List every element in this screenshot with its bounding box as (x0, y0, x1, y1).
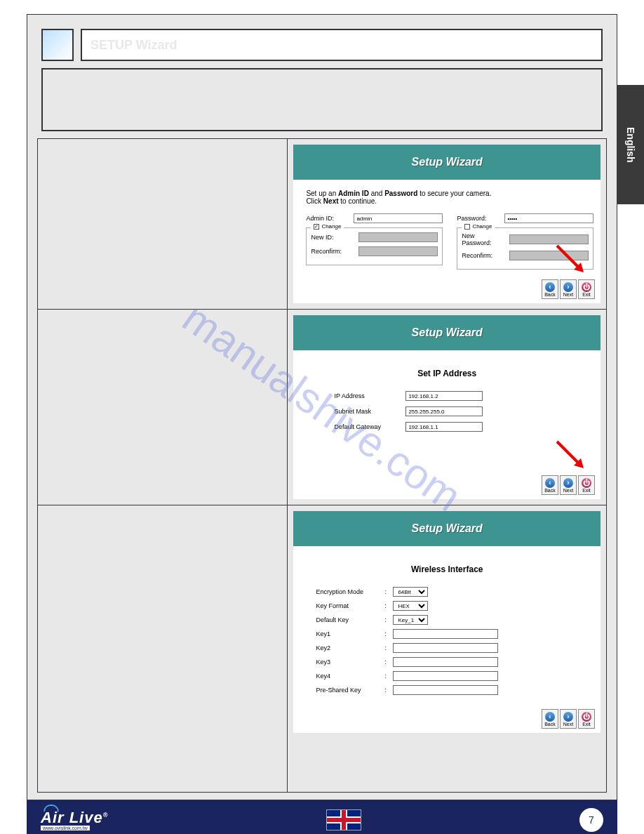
label-subnet: Subnet Mask (334, 408, 397, 415)
admin-id-input[interactable] (354, 213, 443, 223)
page-footer: Air Live® www.ovislink.com.tw 7 (27, 800, 617, 834)
change-id-checkbox[interactable] (314, 224, 319, 230)
wizard-title: Setup Wizard (412, 326, 483, 339)
password-input[interactable] (504, 213, 593, 223)
ip-address-input[interactable] (405, 391, 483, 401)
exit-button[interactable]: ⏻Exit (578, 279, 595, 299)
label-key4: Key4 (316, 673, 379, 680)
back-button[interactable]: ‹Back (542, 279, 558, 299)
reconfirm-password-input[interactable] (509, 251, 589, 260)
row3-body: If the camera is Wireless model, you nee… (48, 532, 264, 567)
row2-title: IP Configuration: (48, 324, 116, 333)
wizard-subheader: Set IP Address (306, 369, 588, 378)
key2-input[interactable] (393, 643, 498, 653)
default-key-select[interactable]: Key_1 (393, 615, 428, 625)
wizard-title: Setup Wizard (412, 522, 483, 535)
psk-input[interactable] (393, 685, 498, 695)
label-newpw: New Password: (462, 232, 505, 246)
header-description: Please click "Setup Wizard". The Setup W… (41, 68, 603, 131)
label-key1: Key1 (316, 630, 379, 637)
exit-button[interactable]: ⏻Exit (578, 709, 595, 729)
row1-body: The setup wizard is started. If you want… (48, 166, 272, 213)
wizard-panel-3: Setup Wizard Wireless Interface Encrypti… (293, 511, 601, 733)
change-pw-checkbox[interactable] (464, 224, 470, 230)
exit-button[interactable]: ⏻Exit (578, 475, 595, 495)
label-password: Password: (457, 215, 500, 222)
key-format-select[interactable]: HEX (393, 601, 428, 611)
row1-title: Setup Admin ID & Password: (48, 153, 163, 163)
page-title: SETUP Wizard (81, 29, 603, 61)
label-keyformat: Key Format (316, 602, 379, 609)
key4-input[interactable] (393, 671, 498, 681)
wizard-panel-2: Setup Wizard Set IP Address IP Address S… (293, 315, 601, 499)
wizard-intro: Set up an Admin ID and Password to secur… (306, 190, 588, 205)
new-password-input[interactable] (509, 234, 589, 244)
label-reconfirm-id: Reconfirm: (311, 248, 354, 255)
subnet-mask-input[interactable] (405, 406, 483, 416)
key1-input[interactable] (393, 629, 498, 639)
encryption-mode-select[interactable]: 64Bit (393, 587, 428, 597)
label-ip: IP Address (334, 392, 397, 399)
header-icon (41, 29, 74, 61)
wizard-subheader: Wireless Interface (306, 564, 588, 574)
reconfirm-id-input[interactable] (358, 246, 438, 256)
label-adminid: Admin ID: (306, 215, 349, 222)
label-gateway: Default Gateway (334, 423, 397, 430)
wizard-panel-1: Setup Wizard Set up an Admin ID and Pass… (293, 145, 601, 303)
side-tab-language: English (617, 85, 644, 204)
uk-flag-icon (326, 809, 361, 830)
next-button[interactable]: ›Next (560, 475, 577, 495)
key3-input[interactable] (393, 657, 498, 667)
label-newid: New ID: (311, 234, 354, 241)
label-key2: Key2 (316, 644, 379, 651)
label-defaultkey: Default Key (316, 616, 379, 623)
page-number: 7 (579, 808, 603, 832)
row2-body: Please enter IP Address, Subnet Mask and… (48, 336, 273, 359)
back-button[interactable]: ‹Back (542, 475, 558, 495)
label-encryption: Encryption Mode (316, 588, 379, 595)
label-psk: Pre-Shared Key (316, 687, 379, 694)
wizard-title: Setup Wizard (412, 156, 483, 168)
next-button[interactable]: ›Next (560, 279, 577, 299)
row3-title: WEP Configuration: (48, 519, 127, 529)
gateway-input[interactable] (405, 422, 483, 432)
next-button[interactable]: ›Next (560, 709, 577, 729)
label-key3: Key3 (316, 658, 379, 666)
brand-logo: Air Live® www.ovislink.com.tw (41, 809, 108, 830)
label-reconfirm-pw: Reconfirm: (462, 252, 505, 259)
new-id-input[interactable] (358, 232, 438, 242)
back-button[interactable]: ‹Back (542, 709, 558, 729)
